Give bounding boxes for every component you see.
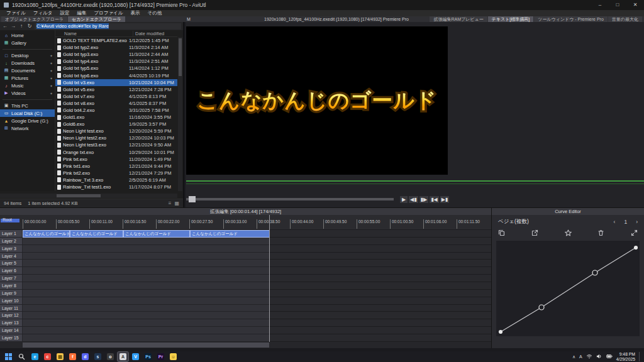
layer-track[interactable] bbox=[23, 290, 491, 297]
curve-endpoint[interactable] bbox=[635, 246, 638, 250]
timeline-clip[interactable]: こんなかんじのゴールド bbox=[123, 230, 190, 238]
volume-icon[interactable] bbox=[596, 353, 602, 360]
maximize-button[interactable]: □ bbox=[609, 0, 626, 10]
prev-page-button[interactable]: ‹ bbox=[614, 219, 616, 225]
layer-track[interactable] bbox=[23, 297, 491, 304]
file-row[interactable]: Gold txt typ2.exo 11/3/2024 2:14 AM bbox=[55, 44, 177, 51]
wifi-icon[interactable] bbox=[586, 353, 592, 360]
sidebar-item-local-disk-c[interactable]: ▭ Local Disk (C:) bbox=[0, 109, 55, 117]
file-row[interactable]: Gold txt typ3.exo 11/3/2024 2:44 AM bbox=[55, 51, 177, 58]
layer-track[interactable] bbox=[23, 319, 491, 326]
sidebar-item-google-drive[interactable]: ▲ Google Drive (G:) bbox=[0, 117, 55, 124]
curve-control-point[interactable] bbox=[592, 270, 597, 275]
file-list-horizontal-scrollbar[interactable] bbox=[0, 194, 177, 198]
layer-track[interactable] bbox=[23, 245, 491, 252]
curve-mode-select[interactable]: ベジェ(複数) bbox=[498, 218, 614, 226]
layer-label[interactable]: Layer 9 bbox=[0, 290, 23, 297]
file-row[interactable]: Orange txt.exo 10/29/2024 10:01 PM bbox=[55, 149, 177, 156]
step-back-button[interactable]: ◀▮ bbox=[409, 196, 418, 203]
timeline-clip[interactable]: こんなかんじのゴールド bbox=[23, 230, 70, 238]
layer-track[interactable] bbox=[23, 238, 491, 244]
panel-tab[interactable]: 拡張編集RAMプレビュー bbox=[430, 16, 487, 22]
timeline-scrollbar[interactable] bbox=[0, 342, 491, 348]
file-row[interactable]: Gold txt typ5.exo 11/4/2024 1:12 PM bbox=[55, 65, 177, 72]
scrollbar-thumb[interactable] bbox=[179, 38, 182, 76]
file-row[interactable]: Rainbow_Txt 3.exo 2/5/2025 6:19 AM bbox=[55, 177, 177, 184]
layer-label[interactable]: Layer 13 bbox=[0, 319, 23, 326]
layer-track[interactable] bbox=[23, 282, 491, 289]
layer-label[interactable]: Layer 2 bbox=[0, 238, 23, 244]
steam-icon[interactable]: s bbox=[92, 352, 103, 361]
menu-item[interactable]: ファイル bbox=[3, 10, 30, 16]
firefox-icon[interactable]: f bbox=[67, 352, 78, 361]
scrollbar-thumb[interactable] bbox=[23, 343, 269, 348]
discord-icon[interactable]: d bbox=[80, 352, 91, 361]
tray-chevron-icon[interactable]: ∧ bbox=[572, 354, 575, 359]
seek-slider-handle[interactable] bbox=[189, 196, 196, 202]
layer-track[interactable] bbox=[23, 260, 491, 266]
layer-track[interactable] bbox=[23, 305, 491, 312]
layer-label[interactable]: Layer 10 bbox=[0, 297, 23, 304]
timeline-playhead[interactable] bbox=[269, 215, 270, 342]
curve-control-point[interactable] bbox=[539, 305, 544, 310]
layer-track[interactable] bbox=[23, 253, 491, 260]
refresh-icon[interactable]: ↻ bbox=[26, 23, 33, 29]
step-forward-button[interactable]: ▮▶ bbox=[419, 196, 429, 203]
file-row[interactable]: Gold txt v8.exo 4/1/2025 8:37 PM bbox=[55, 100, 177, 107]
layer-track[interactable] bbox=[23, 312, 491, 319]
menu-item[interactable]: 表示 bbox=[126, 10, 143, 16]
menu-item[interactable]: フィルタ bbox=[30, 10, 57, 16]
layer-track[interactable] bbox=[23, 275, 491, 282]
m-button[interactable]: M bbox=[187, 16, 191, 22]
sidebar-item-music[interactable]: ♪ Music ✦ bbox=[0, 82, 55, 89]
sidebar-item-home[interactable]: ⌂ Home bbox=[0, 31, 55, 39]
sidebar-item-desktop[interactable]: □ Desktop ✦ bbox=[0, 52, 55, 59]
layer-label[interactable]: Layer 6 bbox=[0, 267, 23, 274]
document-tab[interactable]: 1920x1080_120fps_44100Hz.exedit (1920,10… bbox=[264, 16, 409, 22]
file-row[interactable]: Rainbow_Txt test1.exo 11/17/2024 8:07 PM bbox=[55, 184, 177, 190]
seek-slider[interactable] bbox=[186, 198, 394, 200]
go-end-button[interactable]: ▶▮ bbox=[440, 196, 450, 203]
ime-indicator[interactable]: A bbox=[579, 354, 582, 359]
premiere-icon[interactable]: Pr bbox=[155, 352, 166, 361]
taskbar-clock[interactable]: 9:48 PM 4/29/2025 bbox=[616, 352, 635, 361]
timeline-root-label[interactable]: Root bbox=[3, 217, 12, 222]
panel-tab[interactable]: 音量の最大化 bbox=[608, 16, 642, 22]
timeline-ruler[interactable]: 00:00:00.0000:00:05.5000:00:11.0000:00:1… bbox=[0, 215, 491, 230]
scrollbar-thumb[interactable] bbox=[57, 194, 101, 197]
panel-tab[interactable]: セカンドエクスプローラ bbox=[68, 16, 125, 22]
file-row[interactable]: Gold txt typ6.exo 4/4/2025 10:19 PM bbox=[55, 72, 177, 79]
back-icon[interactable]: ← bbox=[2, 23, 8, 29]
layer-label[interactable]: Layer 3 bbox=[0, 245, 23, 252]
expand-icon[interactable] bbox=[631, 228, 638, 239]
sidebar-item-network[interactable]: ⊞ Network bbox=[0, 124, 55, 132]
layer-label[interactable]: Layer 14 bbox=[0, 327, 23, 334]
sidebar-item-pictures[interactable]: ▦ Pictures ✦ bbox=[0, 74, 55, 82]
sidebar-item-gallery[interactable]: ▦ Gallery bbox=[0, 39, 55, 47]
obs-icon[interactable]: o bbox=[105, 352, 116, 361]
minimize-button[interactable]: – bbox=[591, 0, 609, 10]
star-icon[interactable] bbox=[565, 228, 572, 239]
sidebar-separator[interactable] bbox=[3, 97, 52, 100]
edge-icon[interactable]: e bbox=[30, 352, 40, 361]
search-icon[interactable] bbox=[16, 352, 27, 361]
sidebar-item-this-pc[interactable]: ▣ This PC bbox=[0, 102, 55, 109]
layer-label[interactable]: Layer 8 bbox=[0, 282, 23, 289]
smiley-icon[interactable]: ☺ bbox=[168, 352, 179, 361]
menu-item[interactable]: 設定 bbox=[56, 10, 73, 16]
menu-item[interactable]: 編集 bbox=[73, 10, 90, 16]
layer-label[interactable]: Layer 7 bbox=[0, 275, 23, 282]
curve-editor-title[interactable]: Curve Editor bbox=[492, 208, 644, 215]
file-row[interactable]: Neon Light test2.exo 12/20/2024 10:03 PM bbox=[55, 134, 177, 141]
sidebar-item-videos[interactable]: ▶ Videos ✦ bbox=[0, 89, 55, 97]
battery-icon[interactable] bbox=[606, 353, 613, 360]
curve-canvas[interactable] bbox=[496, 241, 640, 336]
file-row[interactable]: Gold txt v3.exo 10/21/2024 10:04 PM bbox=[55, 79, 177, 86]
file-row[interactable]: Pink txt2.exo 12/21/2024 7:29 PM bbox=[55, 170, 177, 177]
file-row[interactable]: Gold1.exo 11/16/2024 3:55 PM bbox=[55, 114, 177, 121]
timeline-title[interactable]: 拡張編集 [00:00:01.44] [174/4932] bbox=[0, 208, 491, 215]
play-button[interactable]: ▶ bbox=[400, 196, 408, 203]
sidebar-separator[interactable] bbox=[3, 47, 52, 50]
column-header-name[interactable]: Name bbox=[55, 31, 133, 36]
delete-icon[interactable] bbox=[597, 228, 604, 239]
